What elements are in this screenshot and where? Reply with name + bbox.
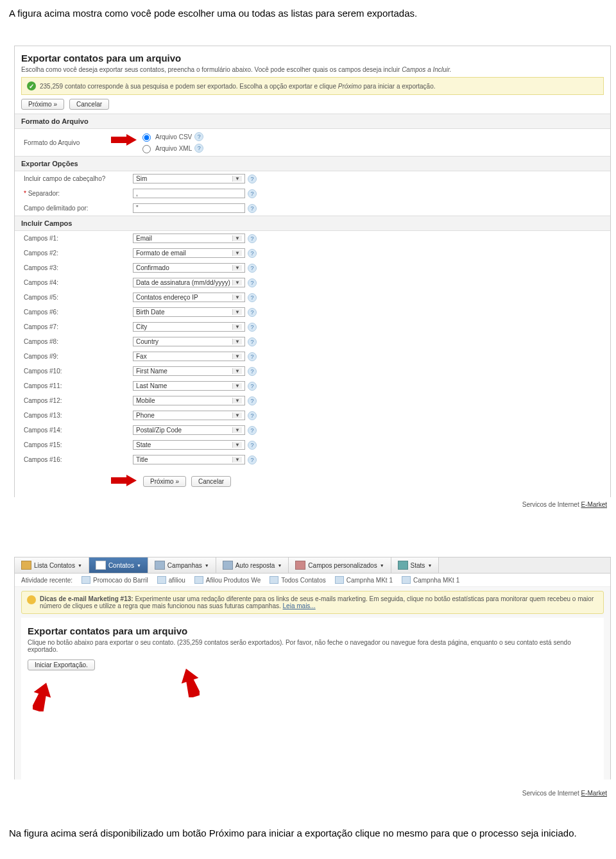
notice-em: Próximo bbox=[338, 83, 362, 90]
recent-item-label: Afilou Produtos We bbox=[206, 577, 261, 584]
help-icon[interactable]: ? bbox=[248, 249, 257, 258]
svg-marker-3 bbox=[182, 668, 200, 697]
field-select[interactable]: Postal/Zip Code▼ bbox=[133, 425, 245, 435]
help-icon[interactable]: ? bbox=[248, 189, 257, 198]
tab-label: Campanhas bbox=[167, 562, 202, 569]
header-select[interactable]: Sim▼ bbox=[133, 174, 245, 183]
field-label: Campos #1: bbox=[21, 235, 133, 242]
field-label: Campos #6: bbox=[21, 309, 133, 316]
field-select[interactable]: Contatos endereço IP▼ bbox=[133, 293, 245, 302]
field-select[interactable]: Last Name▼ bbox=[133, 381, 245, 391]
field-select[interactable]: City▼ bbox=[133, 322, 245, 332]
intro-paragraph: A figura acima mostra como você pode esc… bbox=[9, 6, 607, 20]
field-select[interactable]: Email▼ bbox=[133, 234, 245, 243]
chevron-down-icon: ▼ bbox=[232, 398, 242, 404]
help-icon[interactable]: ? bbox=[248, 337, 257, 346]
start-export-button[interactable]: Iniciar Exportação. bbox=[28, 659, 95, 670]
section-options-header: Exportar Opções bbox=[15, 156, 610, 171]
field-select-value: Postal/Zip Code bbox=[136, 427, 182, 434]
help-icon[interactable]: ? bbox=[248, 411, 257, 420]
help-icon[interactable]: ? bbox=[194, 132, 203, 141]
recent-item-icon bbox=[157, 576, 166, 584]
field-select[interactable]: Formato de email▼ bbox=[133, 248, 245, 258]
field-select[interactable]: Data de assinatura (mm/dd/yyyy)▼ bbox=[133, 278, 245, 287]
field-select[interactable]: Confirmado▼ bbox=[133, 263, 245, 273]
field-select[interactable]: Country▼ bbox=[133, 337, 245, 346]
tab-label: Auto resposta bbox=[235, 562, 275, 569]
tab-stats[interactable]: Stats ▼ bbox=[391, 557, 440, 573]
tip-link[interactable]: Leia mais... bbox=[283, 602, 316, 609]
delimiter-input[interactable]: " bbox=[133, 203, 245, 213]
recent-item[interactable]: afiliou bbox=[157, 576, 185, 584]
field-select[interactable]: Phone▼ bbox=[133, 411, 245, 420]
help-icon[interactable]: ? bbox=[248, 352, 257, 361]
field-row: Campos #10:First Name▼? bbox=[21, 364, 604, 378]
help-icon[interactable]: ? bbox=[248, 308, 257, 317]
radio-xml[interactable] bbox=[142, 145, 151, 153]
panel2-title: Exportar contatos para um arquivo bbox=[28, 625, 597, 636]
help-icon[interactable]: ? bbox=[248, 174, 257, 183]
recent-item[interactable]: Campnha MKt 1 bbox=[402, 576, 459, 584]
help-icon[interactable]: ? bbox=[248, 426, 257, 435]
tab-campos-personalizados[interactable]: Campos personalizados ▼ bbox=[289, 557, 391, 573]
chevron-down-icon: ▼ bbox=[232, 324, 242, 330]
next-button-top[interactable]: Próximo » bbox=[21, 99, 64, 110]
row-separator: * Separador: , ? bbox=[21, 186, 604, 201]
tab-label: Stats bbox=[411, 562, 425, 569]
chevron-down-icon: ▼ bbox=[232, 457, 242, 463]
separator-input[interactable]: , bbox=[133, 189, 245, 198]
next-button-bottom[interactable]: Próximo » bbox=[143, 476, 186, 487]
footer-link[interactable]: E-Market bbox=[581, 501, 607, 508]
tab-lista-contatos[interactable]: Lista Contatos ▼ bbox=[15, 557, 89, 573]
tab-auto-resposta[interactable]: Auto resposta ▼ bbox=[216, 557, 289, 573]
radio-csv-wrap[interactable]: Arquivo CSV ? bbox=[139, 132, 203, 142]
field-select[interactable]: Birth Date▼ bbox=[133, 307, 245, 317]
help-icon[interactable]: ? bbox=[248, 396, 257, 405]
help-icon[interactable]: ? bbox=[248, 441, 257, 450]
separator-label: * Separador: bbox=[21, 190, 133, 197]
help-icon[interactable]: ? bbox=[248, 455, 257, 464]
help-icon[interactable]: ? bbox=[194, 144, 203, 153]
field-select[interactable]: State▼ bbox=[133, 440, 245, 450]
radio-csv[interactable] bbox=[142, 133, 151, 142]
chevron-down-icon: ▼ bbox=[232, 412, 242, 418]
field-select[interactable]: Fax▼ bbox=[133, 352, 245, 361]
footer-1: Servicos de Internet E-Market bbox=[0, 497, 616, 512]
recent-label: Atividade recente: bbox=[21, 577, 73, 584]
cancel-button-top[interactable]: Cancelar bbox=[69, 99, 109, 110]
chevron-down-icon: ▼ bbox=[232, 427, 242, 433]
recent-container: Promocao do BarrilafiliouAfilou Produtos… bbox=[81, 576, 459, 584]
help-icon[interactable]: ? bbox=[248, 323, 257, 332]
field-select[interactable]: First Name▼ bbox=[133, 366, 245, 376]
panel2-content: Exportar contatos para um arquivo Clique… bbox=[21, 618, 604, 779]
help-icon[interactable]: ? bbox=[248, 367, 257, 376]
field-select-value: Last Name bbox=[136, 382, 167, 389]
recent-item-label: afiliou bbox=[169, 577, 185, 584]
field-select[interactable]: Mobile▼ bbox=[133, 396, 245, 405]
field-row: Campos #2:Formato de email▼? bbox=[21, 246, 604, 260]
help-icon[interactable]: ? bbox=[248, 382, 257, 391]
help-icon[interactable]: ? bbox=[248, 293, 257, 302]
notice-box: ✓ 235,259 contato corresponde à sua pesq… bbox=[21, 77, 604, 95]
help-icon[interactable]: ? bbox=[248, 264, 257, 273]
help-icon[interactable]: ? bbox=[248, 204, 257, 213]
tab-label: Lista Contatos bbox=[34, 562, 75, 569]
help-icon[interactable]: ? bbox=[248, 234, 257, 243]
recent-item-icon bbox=[81, 576, 90, 584]
recent-item[interactable]: Todos Contatos bbox=[270, 576, 326, 584]
recent-item[interactable]: Campnha MKt 1 bbox=[335, 576, 393, 584]
footer-link[interactable]: E-Market bbox=[581, 790, 607, 797]
radio-xml-wrap[interactable]: Arquivo XML ? bbox=[139, 143, 203, 153]
tab-contatos[interactable]: Contatos ▼ bbox=[89, 557, 148, 573]
cancel-button-bottom[interactable]: Cancelar bbox=[191, 476, 231, 487]
export-panel-2: Lista Contatos ▼Contatos ▼Campanhas ▼Aut… bbox=[14, 557, 611, 779]
recent-item[interactable]: Afilou Produtos We bbox=[194, 576, 261, 584]
bottom-button-row: Próximo » Cancelar bbox=[143, 476, 604, 487]
field-select-value: Contatos endereço IP bbox=[136, 294, 198, 301]
chevron-down-icon: ▼ bbox=[137, 563, 141, 568]
help-icon[interactable]: ? bbox=[248, 278, 257, 287]
chevron-down-icon: ▼ bbox=[232, 442, 242, 448]
recent-item[interactable]: Promocao do Barril bbox=[81, 576, 148, 584]
field-select[interactable]: Title▼ bbox=[133, 455, 245, 464]
tab-campanhas[interactable]: Campanhas ▼ bbox=[148, 557, 216, 573]
